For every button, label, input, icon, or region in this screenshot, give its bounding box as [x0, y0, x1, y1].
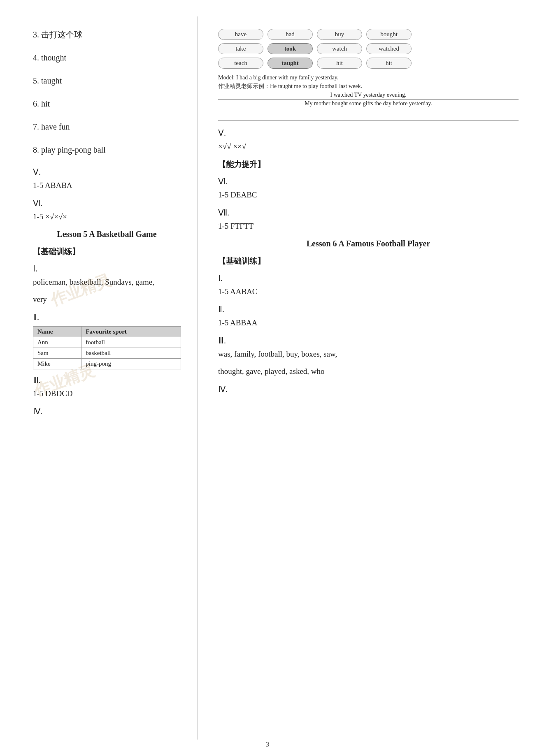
- item-6: 6. hit: [33, 98, 181, 109]
- lesson5-III-ans: 1-5 DBDCD: [33, 389, 181, 398]
- word-card-buy: buy: [317, 29, 362, 40]
- ans6-II-right: 1-5 ABBAA: [218, 318, 519, 327]
- lesson5-I-ans2: very: [33, 295, 181, 304]
- ans6-I-right: 1-5 AABAC: [218, 287, 519, 296]
- table-cell-name: Sam: [33, 348, 81, 359]
- roman-VII-right: Ⅶ.: [218, 208, 519, 218]
- lesson5-title: Lesson 5 A Basketball Game: [33, 230, 181, 239]
- watermark-stamp1: 作业精灵: [48, 270, 114, 311]
- table-row: Sam basketball: [33, 348, 181, 359]
- roman-II-left: Ⅱ.: [33, 312, 181, 322]
- roman6-II-right: Ⅱ.: [218, 304, 519, 314]
- item6-text: 6. hit: [33, 99, 50, 108]
- table-header-sport: Favourite sport: [81, 327, 181, 337]
- ans-V-left: 1-5 ABABA: [33, 181, 181, 190]
- table-cell-name: Ann: [33, 337, 81, 348]
- item3-text: 3. 击打这个球: [33, 30, 82, 39]
- item5-text: 5. taught: [33, 76, 62, 85]
- table-row: Mike ping-pong: [33, 359, 181, 369]
- roman6-III-right: Ⅲ.: [218, 336, 519, 346]
- word-card-watch: watch: [317, 43, 362, 54]
- example-line1: I watched TV yesterday evening.: [218, 92, 519, 100]
- ans6-III-1: was, family, football, buy, boxes, saw,: [218, 350, 519, 359]
- item7-text: 7. have fun: [33, 122, 70, 131]
- jichu-title: 【基础训练】: [33, 246, 181, 257]
- word-card-hit2: hit: [366, 58, 412, 69]
- table-cell-sport: football: [81, 337, 181, 348]
- roman-VI-right: Ⅵ.: [218, 176, 519, 186]
- roman6-IV-right: Ⅳ.: [218, 384, 519, 394]
- table-cell-name: Mike: [33, 359, 81, 369]
- roman-VI-left: Ⅵ.: [33, 198, 181, 208]
- item-8: 8. play ping-pong ball: [33, 144, 181, 155]
- roman-V-right: Ⅴ.: [218, 128, 519, 138]
- lesson6-title: Lesson 6 A Famous Football Player: [218, 239, 519, 248]
- ans-VI-left: 1-5 ×√×√×: [33, 212, 181, 221]
- page-number: 3: [266, 740, 270, 749]
- item-5: 5. taught: [33, 75, 181, 86]
- word-card-had: had: [268, 29, 313, 40]
- teacher-example: 作业精灵老师示例：He taught me to play football l…: [218, 83, 519, 90]
- word-card-hit1: hit: [317, 58, 362, 69]
- item8-text: 8. play ping-pong ball: [33, 145, 106, 154]
- word-card-teach: teach: [218, 58, 263, 69]
- word-card-watched: watched: [366, 43, 412, 54]
- roman6-I-right: Ⅰ.: [218, 273, 519, 283]
- table-cell-sport: ping-pong: [81, 359, 181, 369]
- blank-line1: [218, 112, 519, 121]
- left-column: 3. 击打这个球 4. thought 5. taught 6. hit 7. …: [0, 16, 198, 740]
- word-card-taught: taught: [268, 58, 313, 69]
- word-cards-grid: have had buy bought take took watch watc…: [218, 29, 519, 69]
- item-7: 7. have fun: [33, 121, 181, 132]
- ans6-III-2: thought, gave, played, asked, who: [218, 367, 519, 376]
- example-line2: My mother bought some gifts the day befo…: [218, 100, 519, 108]
- table-cell-sport: basketball: [81, 348, 181, 359]
- word-card-take: take: [218, 43, 263, 54]
- item-3: 3. 击打这个球: [33, 29, 181, 40]
- ans-V-right: ×√√ ××√: [218, 142, 519, 151]
- nengli-title: 【能力提升】: [218, 159, 519, 170]
- roman-IV-left: Ⅳ.: [33, 406, 181, 416]
- ans-VII-right: 1-5 FTFTT: [218, 222, 519, 231]
- sport-table: Name Favourite sport Ann football Sam ba…: [33, 326, 181, 369]
- jichu6-title: 【基础训练】: [218, 256, 519, 267]
- roman-III-left: Ⅲ.: [33, 375, 181, 385]
- word-card-took: took: [268, 43, 313, 54]
- model-text: Model: I had a big dinner with my family…: [218, 74, 519, 81]
- lesson5-I-ans1: policeman, basketball, Sundays, game,: [33, 278, 181, 287]
- roman-I-left: Ⅰ.: [33, 264, 181, 274]
- item4-text: 4. thought: [33, 53, 66, 62]
- word-card-bought: bought: [366, 29, 412, 40]
- ans-VI-right: 1-5 DEABC: [218, 190, 519, 199]
- right-column: have had buy bought take took watch watc…: [198, 16, 535, 740]
- table-header-name: Name: [33, 327, 81, 337]
- word-card-have: have: [218, 29, 263, 40]
- table-row: Ann football: [33, 337, 181, 348]
- roman-V-left: Ⅴ.: [33, 167, 181, 177]
- item-4: 4. thought: [33, 52, 181, 63]
